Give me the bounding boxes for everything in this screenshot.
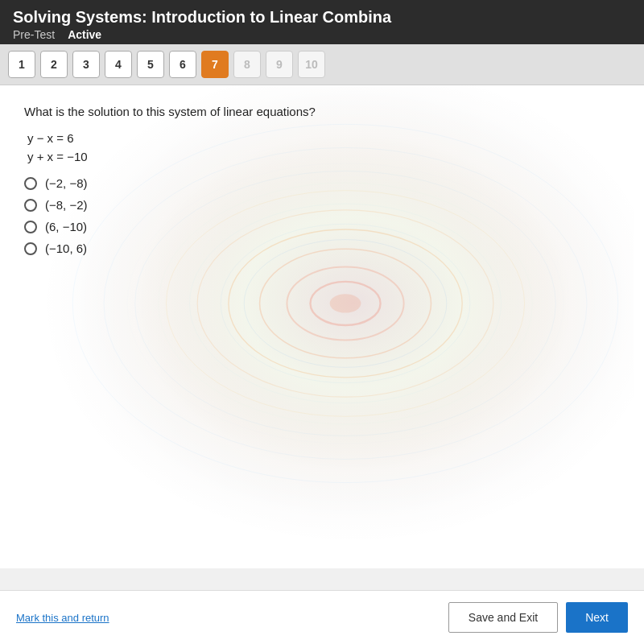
- tab-10: 10: [298, 51, 325, 78]
- tab-9: 9: [266, 51, 293, 78]
- options-list: (−2, −8) (−8, −2) (6, −10) (−10, 6): [24, 176, 620, 255]
- option-1-label: (−2, −8): [45, 176, 88, 190]
- radio-1[interactable]: [24, 177, 37, 190]
- next-button[interactable]: Next: [566, 602, 628, 633]
- header-subtitle: Pre-Test Active: [13, 28, 631, 41]
- footer: Mark this and return Save and Exit Next: [0, 590, 644, 644]
- option-4[interactable]: (−10, 6): [24, 242, 620, 255]
- main-content: What is the solution to this system of l…: [0, 85, 644, 568]
- option-3[interactable]: (6, −10): [24, 220, 620, 233]
- equation-2: y + x = −10: [27, 150, 620, 163]
- footer-buttons: Save and Exit Next: [448, 602, 628, 633]
- page-title: Solving Systems: Introduction to Linear …: [13, 8, 631, 27]
- option-3-label: (6, −10): [45, 220, 87, 233]
- active-label: Active: [68, 28, 101, 41]
- pretest-label: Pre-Test: [13, 28, 55, 41]
- mark-return-link[interactable]: Mark this and return: [16, 612, 109, 624]
- equation-1: y − x = 6: [27, 131, 620, 145]
- tab-1[interactable]: 1: [8, 51, 35, 78]
- tab-2[interactable]: 2: [40, 51, 68, 78]
- radio-2[interactable]: [24, 199, 37, 212]
- tab-3[interactable]: 3: [72, 51, 100, 78]
- tab-7[interactable]: 7: [201, 51, 229, 78]
- save-exit-button[interactable]: Save and Exit: [448, 602, 558, 633]
- header: Solving Systems: Introduction to Linear …: [0, 0, 644, 44]
- tab-5[interactable]: 5: [137, 51, 164, 78]
- question-tabs: 1 2 3 4 5 6 7 8 9 10: [0, 44, 644, 85]
- option-2[interactable]: (−8, −2): [24, 198, 620, 212]
- tab-6[interactable]: 6: [169, 51, 196, 78]
- option-2-label: (−8, −2): [45, 198, 88, 212]
- option-4-label: (−10, 6): [45, 242, 87, 255]
- question-text: What is the solution to this system of l…: [24, 105, 620, 118]
- option-1[interactable]: (−2, −8): [24, 176, 620, 190]
- radio-4[interactable]: [24, 242, 37, 255]
- tab-4[interactable]: 4: [105, 51, 132, 78]
- radio-3[interactable]: [24, 221, 37, 233]
- tab-8: 8: [233, 51, 261, 78]
